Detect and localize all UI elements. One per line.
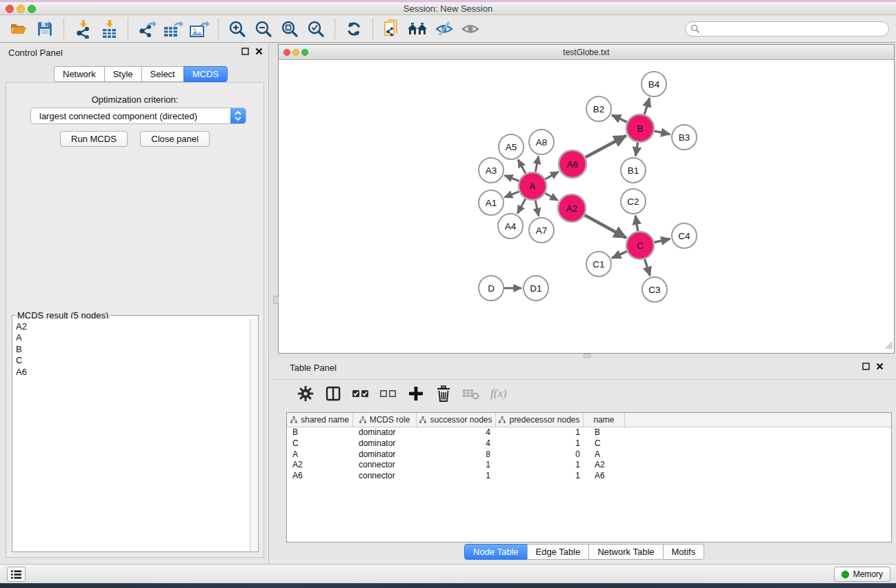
- edge-A-A6[interactable]: [545, 172, 558, 179]
- tab-style[interactable]: Style: [104, 66, 142, 82]
- table-cell[interactable]: A2: [287, 460, 353, 471]
- table-cell[interactable]: connector: [353, 460, 417, 471]
- add-entry-button[interactable]: [405, 383, 427, 405]
- graph-node-D[interactable]: D: [479, 276, 504, 301]
- save-session-button[interactable]: [34, 18, 56, 40]
- graph-node-A6[interactable]: A6: [559, 150, 586, 178]
- hide-graphics-details-button[interactable]: [433, 18, 455, 40]
- zoom-out-button[interactable]: [252, 18, 275, 40]
- resize-grip-icon[interactable]: [884, 339, 893, 352]
- table-cell[interactable]: B: [287, 427, 353, 438]
- table-cell[interactable]: 1: [496, 427, 584, 438]
- zoom-selected-button[interactable]: [305, 18, 327, 40]
- close-table-panel-icon[interactable]: [876, 363, 884, 370]
- minimize-window-button[interactable]: [17, 5, 25, 13]
- graph-node-D1[interactable]: D1: [524, 276, 548, 301]
- table-cell[interactable]: B: [584, 427, 625, 438]
- tab-network[interactable]: Network: [54, 66, 105, 82]
- refresh-button[interactable]: [343, 18, 365, 40]
- export-image-button[interactable]: [188, 18, 210, 40]
- run-mcds-button[interactable]: Run MCDS: [60, 131, 128, 147]
- graph-node-A[interactable]: A: [519, 172, 546, 200]
- table-cell[interactable]: C: [287, 438, 353, 449]
- network-window-titlebar[interactable]: testGlobe.txt: [279, 45, 894, 60]
- table-cell[interactable]: 1: [496, 471, 584, 482]
- mcds-result-item[interactable]: B: [16, 344, 250, 355]
- table-cell[interactable]: 1: [496, 438, 584, 449]
- graph-node-A1[interactable]: A1: [479, 190, 504, 215]
- table-cell[interactable]: 8: [417, 449, 496, 460]
- table-row[interactable]: A2connector11A2: [287, 460, 891, 471]
- table-cell[interactable]: A: [287, 449, 353, 460]
- zoom-in-button[interactable]: [226, 18, 248, 40]
- table-cell[interactable]: 4: [417, 438, 496, 449]
- tab-node-table[interactable]: Node Table: [464, 544, 528, 560]
- edge-B-B1[interactable]: [635, 143, 637, 156]
- table-cell[interactable]: 1: [417, 471, 496, 482]
- unselect-all-button[interactable]: [377, 383, 399, 405]
- criterion-dropdown[interactable]: largest connected component (directed): [30, 108, 246, 124]
- home-button[interactable]: [407, 18, 429, 40]
- edge-A-A8[interactable]: [535, 156, 539, 172]
- maximize-window-button[interactable]: [28, 5, 36, 13]
- node-table[interactable]: shared nameMCDS rolesuccessor nodesprede…: [286, 412, 892, 543]
- horizontal-split-handle[interactable]: [584, 354, 591, 358]
- show-panels-list-button[interactable]: [7, 567, 26, 582]
- show-columns-button[interactable]: [322, 383, 344, 405]
- graph-node-C1[interactable]: C1: [586, 252, 611, 276]
- graph-node-B2[interactable]: B2: [586, 97, 611, 121]
- mcds-result-item[interactable]: A: [16, 332, 250, 343]
- graph-node-B4[interactable]: B4: [641, 72, 666, 97]
- edge-A-A2[interactable]: [545, 193, 558, 200]
- zoom-fit-button[interactable]: [279, 18, 301, 40]
- search-input[interactable]: [685, 21, 889, 37]
- mcds-result-scrollbar[interactable]: [250, 318, 257, 551]
- column-header-name[interactable]: name: [584, 413, 625, 427]
- table-cell[interactable]: dominator: [353, 427, 417, 438]
- tab-motifs[interactable]: Motifs: [663, 544, 705, 560]
- tab-select[interactable]: Select: [141, 66, 184, 82]
- column-header-shared-name[interactable]: shared name: [287, 413, 353, 427]
- graph-node-A4[interactable]: A4: [498, 214, 523, 239]
- export-table-button[interactable]: [162, 18, 184, 40]
- graph-node-A5[interactable]: A5: [499, 134, 524, 159]
- table-cell[interactable]: A6: [584, 471, 625, 482]
- edge-A-A1[interactable]: [504, 192, 519, 197]
- graph-node-A8[interactable]: A8: [529, 130, 554, 154]
- graph-node-B[interactable]: B: [626, 114, 654, 142]
- tab-mcds[interactable]: MCDS: [183, 66, 228, 82]
- graph-node-C[interactable]: C: [626, 232, 654, 259]
- delete-entry-button[interactable]: [432, 383, 455, 405]
- table-cell[interactable]: C: [584, 438, 625, 449]
- delete-table-button[interactable]: [460, 383, 482, 405]
- edge-A-A7[interactable]: [535, 201, 539, 216]
- edge-A-A5[interactable]: [518, 159, 526, 173]
- import-network-button[interactable]: [72, 18, 94, 40]
- graph-node-A3[interactable]: A3: [479, 158, 504, 183]
- graph-node-B1[interactable]: B1: [621, 158, 646, 183]
- float-panel-icon[interactable]: [241, 48, 249, 55]
- graph-node-B3[interactable]: B3: [672, 125, 697, 150]
- network-close-button[interactable]: [283, 49, 290, 56]
- table-row[interactable]: Adominator80A: [287, 449, 891, 460]
- function-builder-button[interactable]: f(x): [490, 387, 507, 401]
- graph-node-A2[interactable]: A2: [558, 194, 586, 222]
- edge-C-C4[interactable]: [655, 239, 670, 242]
- table-row[interactable]: Bdominator41B: [287, 427, 891, 438]
- table-row[interactable]: A6connector11A6: [287, 471, 891, 482]
- table-cell[interactable]: 0: [496, 449, 584, 460]
- table-cell[interactable]: dominator: [353, 449, 417, 460]
- table-cell[interactable]: dominator: [353, 438, 417, 449]
- table-cell[interactable]: 4: [417, 427, 496, 438]
- column-header-successor-nodes[interactable]: successor nodes: [417, 413, 496, 427]
- edge-A2-C[interactable]: [584, 215, 626, 238]
- table-row[interactable]: Cdominator41C: [287, 438, 891, 449]
- edge-A6-B[interactable]: [586, 136, 626, 157]
- vertical-split-handle[interactable]: [273, 296, 279, 304]
- edge-A-A3[interactable]: [505, 176, 519, 181]
- mcds-result-item[interactable]: A2: [16, 321, 250, 332]
- export-network-button[interactable]: [136, 18, 158, 40]
- network-graph[interactable]: B4B2BB3A8A5A6A3B1AC2A1A2A4A7C4CC1C3DD1: [279, 61, 894, 353]
- mcds-result-item[interactable]: A6: [16, 367, 250, 378]
- show-graphics-details-button[interactable]: [459, 18, 481, 40]
